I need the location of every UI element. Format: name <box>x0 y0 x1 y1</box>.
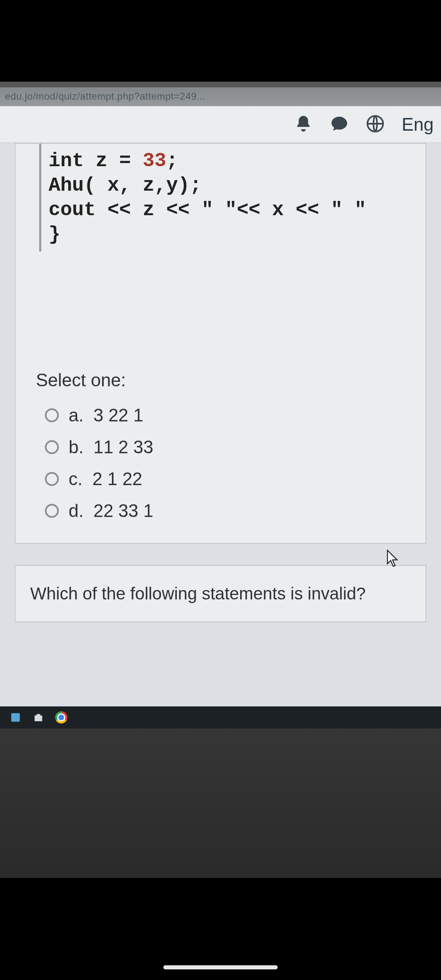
code-block: int z = 33; Ahu( x, z,y); cout << z << "… <box>39 144 425 252</box>
next-question-box: Which of the following statements is inv… <box>15 565 426 622</box>
option-letter: d. <box>69 501 84 521</box>
photo-background: edu.jo/mod/quiz/attempt.php?attempt=249.… <box>0 82 441 878</box>
code-line: Ahu( x, z,y); <box>49 173 425 198</box>
question-box: int z = 33; Ahu( x, z,y); cout << z << "… <box>15 143 426 544</box>
store-icon[interactable] <box>31 710 46 725</box>
windows-taskbar[interactable] <box>0 706 441 728</box>
globe-icon[interactable] <box>366 114 385 135</box>
option-letter: b. <box>69 437 84 457</box>
blank-area <box>16 252 425 370</box>
radio-icon[interactable] <box>45 472 59 486</box>
home-indicator[interactable] <box>163 965 278 969</box>
code-line: } <box>49 222 425 247</box>
chat-icon[interactable] <box>330 114 349 135</box>
svg-rect-1 <box>11 713 20 722</box>
code-line: cout << z << " "<< x << " " <box>49 198 425 222</box>
radio-icon[interactable] <box>45 504 59 518</box>
option-letter: a. <box>69 405 84 425</box>
taskbar-app-icon[interactable] <box>8 710 23 725</box>
code-line: int z = 33; <box>49 149 425 173</box>
options-group: a. 3 22 1 b. 11 2 33 c. 2 1 22 d. 22 33 … <box>16 399 425 543</box>
radio-icon[interactable] <box>45 440 59 454</box>
browser-url-bar[interactable]: edu.jo/mod/quiz/attempt.php?attempt=249.… <box>0 87 441 106</box>
language-label[interactable]: Eng <box>402 114 434 135</box>
option-text: 22 33 1 <box>94 501 154 521</box>
next-question-text: Which of the following statements is inv… <box>30 584 411 604</box>
cursor-icon <box>386 550 400 569</box>
select-one-label: Select one: <box>16 370 425 399</box>
option-a[interactable]: a. 3 22 1 <box>45 399 425 431</box>
option-b[interactable]: b. 11 2 33 <box>45 431 425 463</box>
monitor-screen: edu.jo/mod/quiz/attempt.php?attempt=249.… <box>0 87 441 728</box>
radio-icon[interactable] <box>45 408 59 422</box>
option-text: 3 22 1 <box>94 405 143 425</box>
chrome-icon[interactable] <box>54 710 69 725</box>
url-text: edu.jo/mod/quiz/attempt.php?attempt=249.… <box>5 91 205 102</box>
option-text: 11 2 33 <box>94 437 154 457</box>
option-text: 2 1 22 <box>92 469 142 489</box>
option-c[interactable]: c. 2 1 22 <box>45 463 425 495</box>
bell-icon[interactable] <box>294 114 313 135</box>
site-header: Eng <box>0 106 441 143</box>
option-d[interactable]: d. 22 33 1 <box>45 495 425 527</box>
option-letter: c. <box>69 469 82 489</box>
